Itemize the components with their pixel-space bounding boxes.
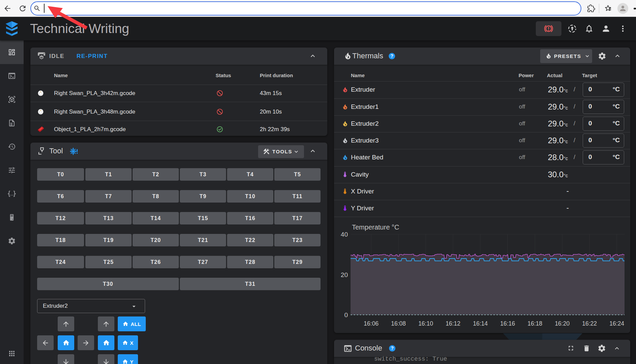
- svg-text:16:10: 16:10: [418, 320, 433, 327]
- svg-text:20: 20: [341, 271, 348, 278]
- svg-text:16:14: 16:14: [473, 320, 488, 327]
- svg-text:40: 40: [341, 231, 348, 238]
- svg-text:16:12: 16:12: [446, 320, 461, 327]
- svg-text:16:22: 16:22: [582, 320, 597, 327]
- svg-text:16:06: 16:06: [364, 320, 379, 327]
- svg-text:0: 0: [344, 311, 348, 318]
- svg-text:16:24: 16:24: [609, 320, 624, 327]
- svg-text:16:18: 16:18: [528, 320, 543, 327]
- svg-text:16:20: 16:20: [555, 320, 570, 327]
- svg-text:16:08: 16:08: [391, 320, 406, 327]
- svg-text:Temperature °C: Temperature °C: [352, 223, 399, 231]
- svg-text:16:16: 16:16: [500, 320, 515, 327]
